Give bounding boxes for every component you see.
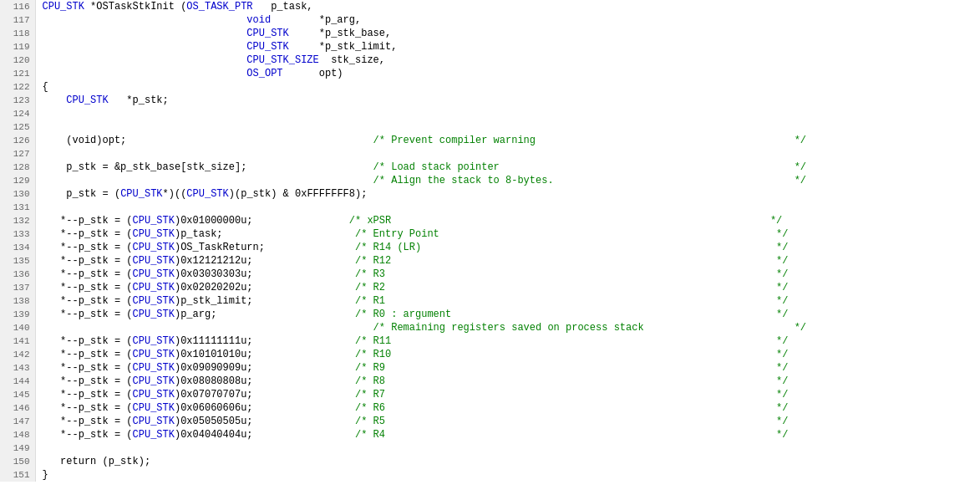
table-row: 145 *--p_stk = (CPU_STK)0x07070707u; /* … bbox=[0, 388, 980, 401]
code-content: *--p_stk = (CPU_STK)0x07070707u; /* R7 *… bbox=[35, 388, 980, 401]
type-segment: CPU_STK bbox=[133, 335, 175, 347]
line-number: 133 bbox=[0, 227, 35, 241]
code-content: *--p_stk = (CPU_STK)0x01000000u; /* xPSR… bbox=[35, 214, 980, 227]
type-segment: CPU_STK bbox=[133, 282, 175, 293]
plain-segment: p_stk = &p_stk_base[stk_size]; bbox=[43, 161, 373, 173]
comment-segment: /* R8 */ bbox=[355, 375, 788, 387]
plain-segment: } bbox=[43, 469, 48, 481]
plain-segment bbox=[43, 175, 373, 186]
line-number: 127 bbox=[0, 147, 35, 161]
plain-segment: *--p_stk = ( bbox=[43, 282, 133, 293]
table-row: 123 CPU_STK *p_stk; bbox=[0, 94, 980, 107]
code-content: void *p_arg, bbox=[35, 13, 980, 27]
plain-segment: )0x02020202u; bbox=[175, 282, 355, 293]
line-number: 129 bbox=[0, 174, 35, 187]
type-segment: CPU_STK bbox=[186, 188, 228, 200]
plain-segment: *--p_stk = ( bbox=[43, 416, 133, 427]
line-number: 150 bbox=[0, 455, 35, 468]
plain-segment: )OS_TaskReturn; bbox=[175, 242, 355, 253]
code-content bbox=[35, 120, 980, 134]
line-number: 146 bbox=[0, 401, 35, 415]
code-content: CPU_STK *p_stk_base, bbox=[35, 27, 980, 40]
comment-segment: /* R11 */ bbox=[355, 335, 788, 347]
plain-segment: { bbox=[43, 81, 48, 93]
comment-segment: /* R12 */ bbox=[355, 255, 788, 267]
type-segment: OS_OPT bbox=[246, 68, 282, 79]
table-row: 119 CPU_STK *p_stk_limit, bbox=[0, 40, 980, 54]
type-segment: CPU_STK_SIZE bbox=[246, 54, 318, 66]
comment-segment: /* Entry Point */ bbox=[355, 228, 788, 240]
code-content: *--p_stk = (CPU_STK)0x02020202u; /* R2 *… bbox=[35, 281, 980, 294]
plain-segment: *--p_stk = ( bbox=[43, 255, 133, 267]
table-row: 135 *--p_stk = (CPU_STK)0x12121212u; /* … bbox=[0, 254, 980, 268]
plain-segment: )p_arg; bbox=[175, 309, 355, 320]
line-number: 143 bbox=[0, 361, 35, 375]
type-segment: CPU_STK bbox=[133, 268, 175, 280]
plain-segment: stk_size, bbox=[319, 54, 385, 66]
line-number: 138 bbox=[0, 294, 35, 308]
plain-segment: )0x08080808u; bbox=[175, 375, 355, 387]
code-content bbox=[35, 147, 980, 161]
code-content: OS_OPT opt) bbox=[35, 67, 980, 80]
plain-segment: )0x06060606u; bbox=[175, 402, 355, 414]
type-segment: CPU_STK bbox=[133, 242, 175, 253]
plain-segment bbox=[43, 94, 67, 106]
plain-segment: )0x03030303u; bbox=[175, 268, 355, 280]
comment-segment: /* R2 */ bbox=[355, 282, 788, 293]
plain-segment: *--p_stk = ( bbox=[43, 268, 133, 280]
table-row: 118 CPU_STK *p_stk_base, bbox=[0, 27, 980, 40]
plain-segment: *p_stk_limit, bbox=[289, 41, 398, 53]
table-row: 139 *--p_stk = (CPU_STK)p_arg; /* R0 : a… bbox=[0, 308, 980, 321]
code-content: CPU_STK *OSTaskStkInit (OS_TASK_PTR p_ta… bbox=[35, 0, 980, 13]
comment-segment: /* R3 */ bbox=[355, 268, 788, 280]
plain-segment: *--p_stk = ( bbox=[43, 389, 133, 401]
table-row: 125 bbox=[0, 120, 980, 134]
plain-segment: *)(( bbox=[163, 188, 187, 200]
comment-segment: /* R1 */ bbox=[355, 295, 788, 307]
code-content: *--p_stk = (CPU_STK)p_arg; /* R0 : argum… bbox=[35, 308, 980, 321]
table-row: 117 void *p_arg, bbox=[0, 13, 980, 27]
table-row: 136 *--p_stk = (CPU_STK)0x03030303u; /* … bbox=[0, 268, 980, 281]
plain-segment bbox=[43, 28, 247, 39]
plain-segment: *--p_stk = ( bbox=[43, 349, 133, 360]
type-segment: CPU_STK bbox=[133, 416, 175, 427]
plain-segment: *p_stk; bbox=[109, 94, 169, 106]
code-content: CPU_STK *p_stk; bbox=[35, 94, 980, 107]
plain-segment: )(p_stk) & 0xFFFFFFF8); bbox=[229, 188, 368, 200]
plain-segment bbox=[43, 41, 247, 53]
plain-segment: )0x04040404u; bbox=[175, 429, 355, 441]
line-number: 130 bbox=[0, 187, 35, 201]
comment-segment: /* R4 */ bbox=[355, 429, 788, 441]
type-segment: CPU_STK bbox=[246, 41, 288, 53]
line-number: 149 bbox=[0, 441, 35, 455]
code-content: return (p_stk); bbox=[35, 455, 980, 468]
table-row: 141 *--p_stk = (CPU_STK)0x11111111u; /* … bbox=[0, 334, 980, 348]
plain-segment: return (p_stk); bbox=[43, 456, 151, 467]
line-number: 125 bbox=[0, 120, 35, 134]
code-content: /* Remaining registers saved on process … bbox=[35, 321, 980, 334]
code-content: *--p_stk = (CPU_STK)0x05050505u; /* R5 *… bbox=[35, 415, 980, 428]
type-segment: CPU_STK bbox=[120, 188, 162, 200]
line-number: 135 bbox=[0, 254, 35, 268]
comment-segment: /* R6 */ bbox=[355, 402, 788, 414]
table-row: 128 p_stk = &p_stk_base[stk_size]; /* Lo… bbox=[0, 161, 980, 174]
plain-segment: )0x05050505u; bbox=[175, 416, 355, 427]
table-row: 132 *--p_stk = (CPU_STK)0x01000000u; /* … bbox=[0, 214, 980, 227]
code-editor: 116CPU_STK *OSTaskStkInit (OS_TASK_PTR p… bbox=[0, 0, 980, 495]
plain-segment: )0x11111111u; bbox=[175, 335, 355, 347]
line-number: 144 bbox=[0, 375, 35, 388]
comment-segment: /* R10 */ bbox=[355, 349, 788, 360]
code-content: *--p_stk = (CPU_STK)0x09090909u; /* R9 *… bbox=[35, 361, 980, 375]
plain-segment: *OSTaskStkInit ( bbox=[84, 1, 186, 13]
table-row: 144 *--p_stk = (CPU_STK)0x08080808u; /* … bbox=[0, 375, 980, 388]
line-number: 123 bbox=[0, 94, 35, 107]
code-content: CPU_STK_SIZE stk_size, bbox=[35, 54, 980, 67]
code-content: *--p_stk = (CPU_STK)0x10101010u; /* R10 … bbox=[35, 348, 980, 361]
plain-segment: )0x01000000u; bbox=[175, 215, 349, 227]
plain-segment: *--p_stk = ( bbox=[43, 335, 133, 347]
code-content bbox=[35, 441, 980, 455]
code-content: CPU_STK *p_stk_limit, bbox=[35, 40, 980, 54]
plain-segment bbox=[43, 14, 247, 26]
type-segment: CPU_STK bbox=[133, 389, 175, 401]
plain-segment: )0x07070707u; bbox=[175, 389, 355, 401]
